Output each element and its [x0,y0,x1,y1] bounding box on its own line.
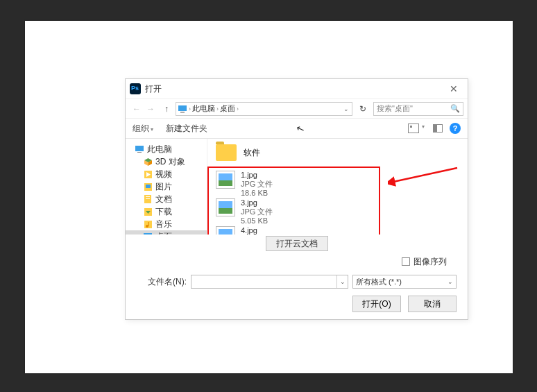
address-bar: ←→ ↑ › 此电脑 › 桌面 › ⌄ ↻ 搜索"桌面" 🔍 [126,99,468,118]
file-type: JPG 文件 [241,207,273,216]
svg-rect-18 [148,222,148,226]
svg-point-17 [146,225,148,228]
folder-item[interactable]: 软件 [216,144,459,161]
jpg-icon [216,198,235,216]
cube-icon [144,157,152,166]
tree-3d[interactable]: 3D 对象 [126,155,207,168]
jpg-icon [216,171,235,189]
doc-icon [144,195,152,203]
new-folder-button[interactable]: 新建文件夹 [166,123,207,135]
tree-pictures[interactable]: 图片 [126,180,207,193]
file-item[interactable]: 3.jpg JPG 文件 5.05 KB [216,198,273,225]
app-icon [130,83,141,94]
close-button[interactable]: ✕ [444,83,463,94]
open-cloud-button[interactable]: 打开云文档 [266,236,328,251]
help-button[interactable]: ? [450,123,461,134]
chevron-down-icon: ⌄ [448,278,453,285]
cancel-button[interactable]: 取消 [408,296,457,312]
annotation-arrow [388,164,464,187]
organize-menu[interactable]: 组织 [133,123,153,135]
tree-downloads[interactable]: 下载 [126,205,207,218]
dialog-title: 打开 [145,83,444,95]
view-mode-button[interactable] [408,123,419,133]
filename-label: 文件名(N): [137,276,187,288]
file-name: 4.jpg [241,226,273,235]
nav-arrows[interactable]: ←→ [130,104,157,114]
file-size: 5.05 KB [241,216,273,225]
video-icon [144,170,152,178]
svg-line-22 [393,168,457,182]
file-name: 3.jpg [241,198,273,207]
toolbar: 组织 新建文件夹 ↖ ? [126,118,468,139]
music-icon [144,220,152,228]
breadcrumb-root: 此电脑 [192,103,215,114]
open-dialog: 打开 ✕ ←→ ↑ › 此电脑 › 桌面 › ⌄ ↻ 搜索"桌面" 🔍 组织 新… [125,78,468,320]
filename-input[interactable]: ⌄ [191,275,348,289]
chevron-down-icon[interactable]: ⌄ [336,275,348,288]
svg-rect-2 [135,146,144,151]
folder-label: 软件 [244,147,260,159]
svg-rect-10 [146,185,151,188]
tree-video[interactable]: 视频 [126,168,207,180]
file-name: 1.jpg [241,171,273,180]
file-item[interactable]: 1.jpg JPG 文件 18.6 KB [216,171,273,198]
pc-icon [135,145,144,153]
tree-documents[interactable]: 文档 [126,193,207,205]
pc-icon [178,104,187,114]
svg-rect-12 [146,196,150,197]
filetype-value: 所有格式 (*.*) [356,277,402,287]
checkbox-icon [402,257,410,266]
folder-icon [216,144,237,161]
file-list: 软件 1.jpg JPG 文件 18.6 KB 3.jpg JPG 文件 5.0… [207,139,468,235]
breadcrumb[interactable]: › 此电脑 › 桌面 › ⌄ [176,102,352,116]
file-size: 18.6 KB [241,189,273,198]
file-type: JPG 文件 [241,180,273,189]
image-sequence-checkbox[interactable]: 图像序列 [402,256,447,268]
open-button[interactable]: 打开(O) [352,296,401,312]
up-button[interactable]: ↑ [162,104,171,114]
search-placeholder: 搜索"桌面" [377,103,413,114]
preview-pane-button[interactable] [433,124,443,133]
svg-rect-0 [178,105,187,111]
checkbox-label: 图像序列 [414,256,447,268]
svg-rect-3 [137,152,142,153]
search-input[interactable]: 搜索"桌面" 🔍 [373,102,463,116]
breadcrumb-loc: 桌面 [220,103,235,114]
tree-this-pc[interactable]: 此电脑 [126,143,207,155]
jpg-icon [216,226,235,235]
refresh-button[interactable]: ↻ [357,104,369,114]
filetype-select[interactable]: 所有格式 (*.*) ⌄ [352,275,457,289]
tree-music[interactable]: 音乐 [126,218,207,230]
svg-rect-13 [146,198,150,199]
nav-tree: 此电脑 3D 对象 视频 图片 文档 下载 音乐 桌面 Win10 (C:) [126,139,207,235]
svg-rect-1 [180,112,185,113]
search-icon: 🔍 [450,104,460,113]
titlebar: 打开 ✕ [126,79,468,99]
download-icon [144,207,152,216]
file-item[interactable]: 4.jpg JPG 文件 [216,226,273,235]
image-icon [144,182,152,191]
cursor-icon: ↖ [295,121,307,135]
